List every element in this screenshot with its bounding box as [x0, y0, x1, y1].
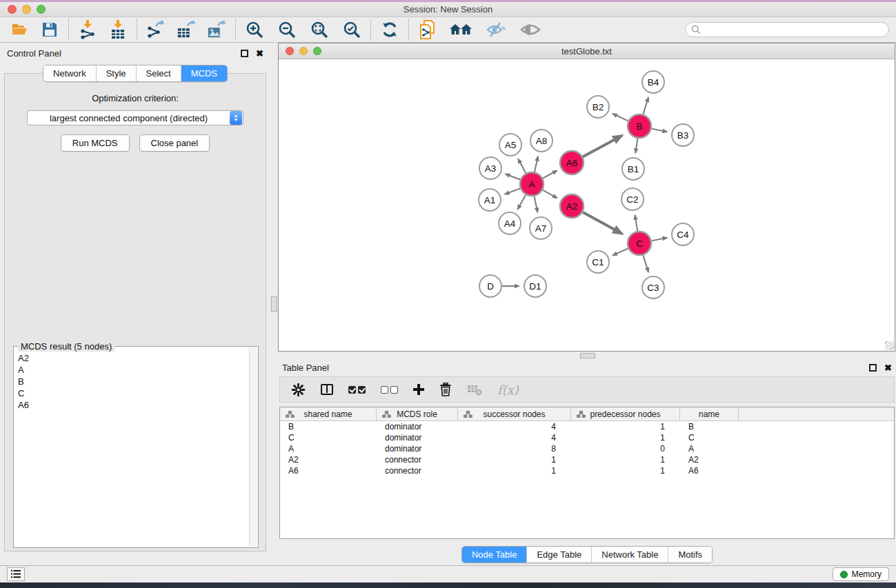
deselect-all-columns-icon[interactable]	[381, 386, 398, 394]
table-cell[interactable]: B	[680, 422, 739, 432]
node-C2[interactable]: C2	[621, 188, 644, 210]
node-A5[interactable]: A5	[499, 134, 521, 156]
node-A1[interactable]: A1	[479, 189, 501, 211]
edge-A-A4[interactable]	[517, 195, 526, 210]
node-D1[interactable]: D1	[524, 275, 546, 297]
node-A7[interactable]: A7	[530, 217, 552, 239]
mcds-result-list[interactable]: A2ABCA6	[17, 352, 248, 546]
import-table-icon[interactable]	[108, 20, 128, 39]
close-panel-icon[interactable]: ✖	[256, 49, 263, 58]
column-header-name[interactable]: name	[680, 407, 739, 420]
node-B3[interactable]: B3	[672, 124, 694, 146]
export-image-icon[interactable]	[207, 20, 226, 39]
table-cell[interactable]: 1	[571, 422, 680, 432]
table-cell[interactable]: A2	[680, 455, 739, 465]
node-C1[interactable]: C1	[587, 251, 609, 273]
node-C4[interactable]: C4	[672, 223, 694, 245]
column-header-shared-name[interactable]: shared name	[280, 407, 377, 420]
column-header-predecessor-nodes[interactable]: predecessor nodes	[571, 407, 680, 420]
save-session-icon[interactable]	[40, 20, 59, 39]
edge-C-C2[interactable]	[635, 215, 638, 231]
result-scrollbar[interactable]	[249, 347, 257, 547]
show-graphics-details-icon[interactable]	[519, 20, 542, 39]
network-canvas[interactable]: B4B2BB3A8A5A6B1A3AA1C2A2A4A7C4CC1C3DD1	[279, 59, 895, 351]
edge-A-A8[interactable]	[535, 156, 538, 172]
table-cell[interactable]: connector	[377, 455, 458, 465]
table-settings-gear-icon[interactable]	[291, 383, 306, 397]
result-list-item[interactable]: B	[17, 376, 248, 387]
edge-A-A3[interactable]	[506, 174, 520, 179]
column-header-MCDS-role[interactable]: MCDS role	[377, 407, 458, 420]
node-B1[interactable]: B1	[622, 158, 644, 180]
table-row[interactable]: A2connector11A2	[280, 454, 894, 465]
tab-network-table[interactable]: Network Table	[592, 547, 668, 562]
table-cell[interactable]: dominator	[377, 433, 458, 443]
node-B4[interactable]: B4	[642, 71, 664, 93]
result-list-item[interactable]: A	[17, 364, 248, 376]
tab-select[interactable]: Select	[137, 65, 181, 81]
hide-edges-icon[interactable]	[484, 20, 508, 39]
tab-node-table[interactable]: Node Table	[462, 547, 528, 562]
table-cell[interactable]: 1	[571, 466, 680, 476]
edge-B-B3[interactable]	[652, 129, 667, 132]
edge-C-C4[interactable]	[652, 238, 667, 241]
edge-A-A5[interactable]	[518, 159, 526, 174]
import-network-icon[interactable]	[78, 20, 97, 39]
table-cell[interactable]: 4	[458, 433, 571, 443]
run-mcds-button[interactable]: Run MCDS	[61, 134, 130, 152]
edge-C-C3[interactable]	[643, 255, 648, 272]
zoom-fit-icon[interactable]	[310, 20, 329, 39]
export-network-icon[interactable]	[146, 20, 166, 39]
tab-edge-table[interactable]: Edge Table	[527, 547, 592, 562]
table-row[interactable]: Cdominator41C	[280, 432, 894, 443]
table-cell[interactable]: 1	[571, 455, 680, 465]
refresh-icon[interactable]	[380, 20, 399, 39]
table-cell[interactable]: 1	[458, 455, 571, 465]
edge-A-A2[interactable]	[543, 190, 557, 199]
table-cell[interactable]: A2	[280, 455, 377, 465]
table-cell[interactable]: C	[280, 433, 377, 443]
edge-B-B4[interactable]	[643, 97, 648, 114]
result-list-item[interactable]: A2	[17, 352, 248, 364]
tab-style[interactable]: Style	[97, 65, 137, 81]
export-table-icon[interactable]	[177, 20, 196, 39]
node-A3[interactable]: A3	[479, 157, 501, 179]
table-cell[interactable]: 1	[458, 466, 571, 476]
close-panel-button[interactable]: Close panel	[139, 134, 210, 152]
result-list-item[interactable]: A6	[17, 399, 248, 411]
edge-A-A7[interactable]	[535, 196, 538, 212]
task-history-button[interactable]	[7, 567, 25, 581]
node-C3[interactable]: C3	[642, 276, 664, 298]
table-cell[interactable]: dominator	[377, 444, 458, 454]
edge-A2-C[interactable]	[583, 212, 622, 234]
node-A2[interactable]: A2	[560, 194, 584, 218]
node-C[interactable]: C	[628, 232, 651, 255]
divider-grip[interactable]	[580, 353, 595, 358]
vertical-split-divider[interactable]	[270, 43, 278, 565]
memory-button[interactable]: Memory	[833, 567, 889, 581]
table-row[interactable]: Adominator80A	[280, 443, 894, 454]
copy-network-icon[interactable]	[418, 20, 437, 39]
table-cell[interactable]: 8	[458, 444, 571, 454]
node-A[interactable]: A	[520, 172, 544, 196]
node-table[interactable]: shared nameMCDS rolesuccessor nodesprede…	[279, 407, 895, 539]
tab-motifs[interactable]: Motifs	[668, 547, 712, 562]
table-cell[interactable]: A6	[280, 466, 377, 476]
node-A8[interactable]: A8	[530, 130, 552, 152]
table-cell[interactable]: 4	[458, 422, 571, 432]
column-header-successor-nodes[interactable]: successor nodes	[458, 407, 571, 420]
table-row[interactable]: Bdominator41B	[280, 421, 894, 432]
node-A4[interactable]: A4	[499, 212, 521, 234]
edge-C-C1[interactable]	[613, 248, 628, 255]
float-panel-icon[interactable]	[241, 50, 248, 57]
table-cell[interactable]: A	[680, 444, 739, 454]
result-list-item[interactable]: C	[17, 387, 248, 399]
table-row[interactable]: A6connector11A6	[280, 465, 894, 476]
divider-grip[interactable]	[271, 296, 277, 312]
table-cell[interactable]: connector	[377, 466, 458, 476]
table-cell[interactable]: B	[280, 422, 377, 432]
table-cell[interactable]: 1	[571, 433, 680, 443]
zoom-out-icon[interactable]	[277, 20, 297, 39]
tab-mcds[interactable]: MCDS	[181, 65, 227, 81]
edge-A-A1[interactable]	[505, 188, 520, 194]
